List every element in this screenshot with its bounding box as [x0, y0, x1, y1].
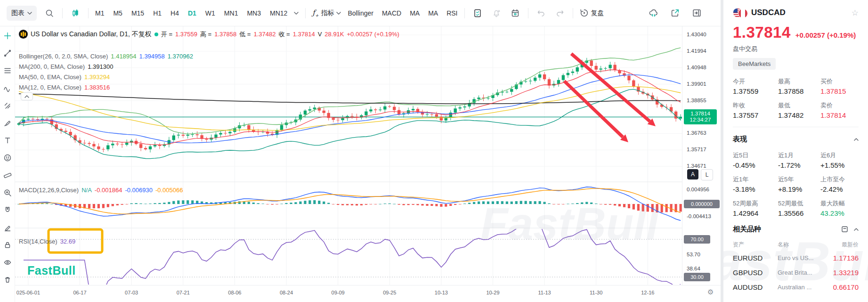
- cloud-sync-icon[interactable]: [647, 7, 659, 19]
- eye-tool-button[interactable]: [3, 258, 12, 267]
- brush-tool-button[interactable]: [3, 118, 12, 128]
- price-axis-label: 1.35717: [687, 147, 706, 152]
- highlighter-tool-button[interactable]: [3, 223, 12, 232]
- collapse-chevron-icon[interactable]: [854, 138, 859, 141]
- replay-button[interactable]: 复盘: [580, 8, 604, 17]
- timeframe-more-chevron-icon[interactable]: [294, 12, 299, 15]
- trend-line-tool-button[interactable]: [3, 49, 12, 58]
- time-axis-label: 06-17: [73, 290, 86, 295]
- alert-bell-icon[interactable]: [490, 7, 503, 19]
- indicator-shortcut-ma-2[interactable]: MA: [410, 9, 420, 17]
- performance-grid: 近5日-0.45%近1月-1.72%近6月+1.55%近1年-3.18%近5年+…: [733, 151, 859, 217]
- performance-item: 近1年-3.18%: [733, 175, 778, 193]
- emoji-tool-button[interactable]: [3, 153, 12, 163]
- time-axis-label: 025-06-01: [16, 290, 40, 295]
- price-axis-label: 1.39901: [687, 81, 706, 87]
- timeframe-h4[interactable]: H4: [170, 9, 179, 17]
- toolbar-right-icons: [647, 7, 703, 19]
- timeframe-h1[interactable]: H1: [153, 9, 162, 17]
- search-icon[interactable]: [43, 7, 56, 19]
- timeframe-mn3[interactable]: MN3: [247, 9, 261, 17]
- redo-icon[interactable]: [554, 7, 566, 19]
- quote-stat: 最低1.37482: [778, 101, 820, 119]
- timeframe-m1[interactable]: M1: [95, 9, 104, 17]
- crosshair-tool-button[interactable]: [3, 31, 12, 41]
- related-header-cell: 最新价: [842, 241, 859, 249]
- broker-chip[interactable]: BeeMarkets: [733, 58, 776, 70]
- favorite-star-icon[interactable]: ☆: [852, 8, 859, 18]
- wave-pattern-tool-button[interactable]: [3, 83, 12, 93]
- ruler-tool-button[interactable]: [3, 171, 12, 180]
- timeframe-mn1[interactable]: MN1: [224, 9, 238, 17]
- related-row[interactable]: GBPUSDGreat Brita...1.33219: [733, 265, 859, 280]
- macd-zero-badge: 0.000000: [684, 200, 720, 208]
- price-axis-label: 1.40948: [687, 65, 706, 70]
- log-scale-button[interactable]: L: [701, 169, 713, 180]
- time-axis-label: 11-13: [538, 290, 551, 295]
- magnet-tool-button[interactable]: [3, 205, 12, 215]
- divider: [305, 8, 306, 18]
- timeframe-d1[interactable]: D1: [188, 9, 196, 17]
- macd-legend[interactable]: MACD(12,26,9,Close) N/A -0.001864 -0.006…: [19, 187, 183, 194]
- candlestick-style-icon[interactable]: [69, 7, 81, 19]
- share-export-icon[interactable]: [669, 7, 681, 19]
- chart-menu-button[interactable]: 图表: [7, 6, 37, 21]
- timeframe-m15[interactable]: M15: [131, 9, 144, 17]
- indicator-legend-row[interactable]: MA(50, 0, EMA, Close)1.393294: [19, 73, 110, 81]
- quote-stat-label: 买价: [820, 77, 859, 86]
- pane-collapse-button[interactable]: [21, 92, 33, 100]
- related-row[interactable]: EURUSDEuro vs US...1.17136: [733, 251, 859, 265]
- indicator-shortcut-ma-3[interactable]: MA: [428, 9, 438, 17]
- performance-label: 52周最高: [733, 199, 778, 208]
- indicators-menu-button[interactable]: ƒ+ 指标: [312, 8, 341, 18]
- settings-gear-icon[interactable]: ⚙: [707, 288, 714, 296]
- performance-value: -3.18%: [733, 185, 778, 193]
- time-axis-label: 08-06: [228, 290, 241, 295]
- chart-plot-area[interactable]: [15, 26, 682, 302]
- undo-icon[interactable]: [535, 7, 547, 19]
- indicator-legend-row[interactable]: MA(12, 0, EMA, Close)1.383516: [19, 84, 110, 91]
- gann-fib-tool-button[interactable]: [3, 66, 12, 75]
- related-title: 相关品种: [733, 225, 761, 234]
- indicator-shortcut-rsi[interactable]: RSI: [446, 9, 457, 17]
- timeframe-row: M1M5M15H1H4D1W1MN1MN3MN12: [95, 9, 287, 17]
- indicator-name: MA(200, 0, EMA, Close): [19, 63, 85, 70]
- related-row[interactable]: AUDUSDAustralian ...0.66170: [733, 280, 859, 294]
- indicator-shortcut-row: BollingerMACDMAMARSI: [348, 9, 457, 17]
- performance-item: 近5年+8.19%: [778, 175, 820, 193]
- indicator-shortcut-bollinger[interactable]: Bollinger: [348, 9, 373, 17]
- timeframe-mn12[interactable]: MN12: [270, 9, 287, 17]
- indicators-label: 指标: [321, 9, 334, 17]
- text-tool-icon: [3, 136, 12, 145]
- quote-stat: 买价1.37815: [820, 77, 859, 95]
- related-list-icon[interactable]: [841, 226, 848, 233]
- price-axis[interactable]: 1.430401.419941.409481.399011.388551.367…: [682, 26, 721, 285]
- pitchfork-tool-button[interactable]: [3, 101, 12, 110]
- text-tool-button[interactable]: [3, 136, 12, 145]
- rsi-legend[interactable]: RSI(14,Close) 32.69: [19, 238, 75, 245]
- fx-icon: ƒ+: [312, 8, 318, 18]
- volume-value: 28.91K: [324, 31, 344, 38]
- magnet-tool-icon: [3, 206, 12, 214]
- timeframe-w1[interactable]: W1: [205, 9, 215, 17]
- collapse-chevron-icon[interactable]: [854, 228, 859, 231]
- session-label: 盘中交易: [733, 45, 859, 53]
- indicator-legend-row[interactable]: Bollinger(26, 0, 2.0, SMA, Close)1.41895…: [19, 53, 193, 60]
- price-axis-label: 1.36763: [687, 130, 706, 136]
- collapse-panel-icon[interactable]: [690, 7, 703, 19]
- chevron-down-icon: [27, 12, 32, 15]
- timeframe-m5[interactable]: M5: [113, 9, 122, 17]
- related-symbol: AUDUSD: [733, 283, 778, 291]
- indicator-shortcut-macd[interactable]: MACD: [382, 9, 401, 17]
- indicator-legend-row[interactable]: MA(200, 0, EMA, Close)1.391300: [19, 63, 113, 70]
- quote-stat-label: 今开: [733, 77, 778, 86]
- lock-tool-button[interactable]: [3, 240, 12, 250]
- time-axis[interactable]: 025-06-0106-1707-0307-2108-0608-2409-090…: [15, 285, 721, 302]
- trash-tool-button[interactable]: [3, 275, 12, 285]
- trend-line-tool-icon: [3, 49, 12, 57]
- symbol-legend[interactable]: US Dollar vs Canadian Dollar, D1, 不复权 开 …: [19, 30, 399, 39]
- auto-scale-button[interactable]: A: [687, 169, 698, 180]
- layout-panels-icon[interactable]: [471, 7, 484, 19]
- zoom-in-tool-button[interactable]: [3, 188, 12, 197]
- calendar-icon[interactable]: [509, 7, 521, 19]
